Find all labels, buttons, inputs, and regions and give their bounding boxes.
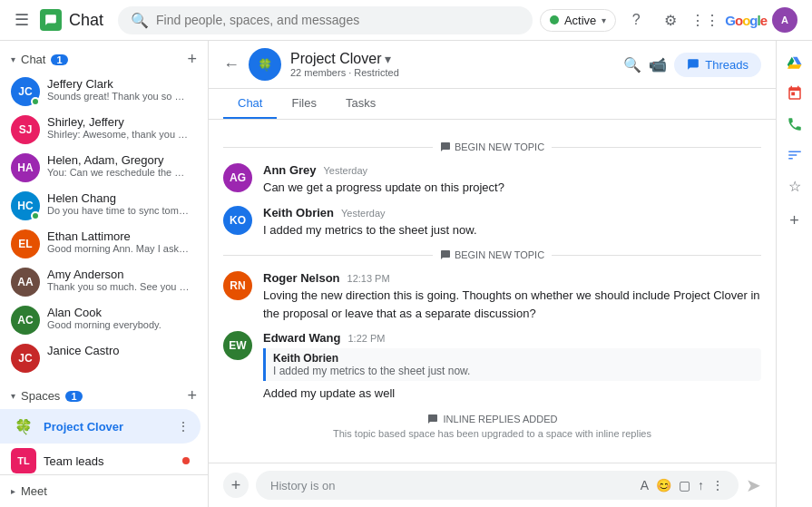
search-in-space-icon[interactable]: 🔍 [623,56,641,73]
send-button[interactable]: ➤ [746,474,761,496]
tab-tasks[interactable]: Tasks [331,89,390,119]
app-title: Chat [69,11,103,30]
message-item: KO Keith Obrien Yesterday I added my met… [223,206,761,239]
topic-divider: BEGIN NEW TOPIC [223,141,761,152]
tab-chat[interactable]: Chat [223,89,277,119]
back-button[interactable]: ← [223,55,240,74]
chevron-down-icon: ▾ [11,54,15,64]
chat-list: JC Jeffery Clark Sounds great! Thank you… [0,73,208,377]
calendar-icon[interactable] [780,79,809,108]
spaces-section-label[interactable]: Spaces [21,389,60,403]
active-label: Active [564,14,596,27]
app-logo [40,9,62,31]
chat-section-header: ▾ Chat 1 + [0,41,208,73]
add-space-icon[interactable]: + [187,386,197,405]
left-sidebar: ▾ Chat 1 + JC Jeffery Clark Sounds great… [0,41,209,507]
hamburger-icon[interactable]: ☰ [11,6,33,34]
drive-icon[interactable] [780,48,809,77]
upload-icon[interactable]: ↑ [698,478,704,492]
meet-section: ▸ Meet [0,474,208,507]
input-bar: + History is on A 😊 ▢ ↑ ⋮ ➤ [209,463,776,507]
settings-icon[interactable]: ⚙ [656,5,685,34]
space-dropdown-icon[interactable]: ▾ [385,52,391,66]
space-avatar: 🍀 [249,48,281,81]
chevron-down-icon: ▾ [11,391,15,401]
threads-button[interactable]: Threads [674,53,761,77]
video-call-icon[interactable]: 📹 [649,56,667,73]
space-name: Project Clover [290,51,381,67]
chat-list-item[interactable]: AC Alan Cook Good morning everybody. [0,301,201,339]
active-status-button[interactable]: Active ▾ [540,9,616,32]
add-addon-icon[interactable]: + [780,206,809,235]
spaces-list: 🍀 Project Clover ⋮ TL Team leads M Marke… [0,409,208,474]
format-text-icon[interactable]: A [641,478,649,492]
spaces-badge: 1 [65,391,82,402]
google-logo: Google [725,13,767,28]
message-item: EW Edward Wang 1:22 PM Keith Obrien I ad… [223,331,761,403]
help-icon[interactable]: ? [621,5,651,34]
emoji-icon[interactable]: 😊 [656,478,671,492]
apps-grid-icon[interactable]: ⋮⋮ [690,5,719,34]
space-members: 22 members · Restricted [290,67,399,78]
search-input[interactable] [156,13,520,27]
attach-file-icon[interactable]: ▢ [679,478,690,492]
meet-label[interactable]: Meet [21,484,47,498]
status-dot [550,15,559,24]
spaces-list-item[interactable]: TL Team leads [0,444,201,474]
chat-section-label[interactable]: Chat [21,53,45,66]
main-content: ← 🍀 Project Clover ▾ 22 members · Restri… [209,41,776,507]
chat-list-item[interactable]: SJ Shirley, Jeffery Shirley: Awesome, th… [0,111,201,149]
add-attachment-button[interactable]: + [223,473,249,498]
more-options-icon[interactable]: ⋮ [711,478,724,492]
message-input-field[interactable]: History is on A 😊 ▢ ↑ ⋮ [256,471,739,500]
tab-files[interactable]: Files [277,89,330,119]
right-panel: ☆ + [776,41,812,507]
chevron-right-icon: ▸ [11,486,15,496]
search-bar[interactable]: 🔍 [118,6,533,34]
message-item: AG Ann Grey Yesterday Can we get a progr… [223,163,761,197]
threads-label: Threads [705,58,748,72]
tab-bar: Chat Files Tasks [209,89,776,120]
search-icon: 🔍 [131,12,149,29]
tasks-icon[interactable] [780,141,809,170]
topic-divider: BEGIN NEW TOPIC [223,249,761,260]
messages-area: BEGIN NEW TOPIC AG Ann Grey Yesterday Ca… [209,120,776,463]
profile-avatar[interactable]: A [772,7,797,33]
star-icon[interactable]: ☆ [780,171,809,200]
spaces-section-header: ▾ Spaces 1 + [0,377,208,409]
space-header: ← 🍀 Project Clover ▾ 22 members · Restri… [209,41,776,89]
chat-list-item[interactable]: AA Amy Anderson Thank you so much. See y… [0,263,201,301]
phone-icon[interactable] [780,110,809,139]
inline-replies-divider: INLINE REPLIES ADDED This topic based sp… [223,414,761,439]
add-chat-icon[interactable]: + [187,50,197,69]
input-placeholder: History is on [270,479,336,492]
chat-badge: 1 [51,54,67,65]
spaces-list-item[interactable]: 🍀 Project Clover ⋮ [0,409,201,444]
chevron-down-icon: ▾ [602,15,606,25]
chat-list-item[interactable]: JC Jeffery Clark Sounds great! Thank you… [0,73,201,111]
chat-list-item[interactable]: HA Helen, Adam, Gregory You: Can we resc… [0,149,201,187]
message-item: RN Roger Nelson 12:13 PM Loving the new … [223,271,761,322]
chat-list-item[interactable]: EL Ethan Lattimore Good morning Ann. May… [0,225,201,263]
global-topbar: ☰ Chat 🔍 Active ▾ ? ⚙ ⋮⋮ Google [0,0,812,41]
chat-list-item[interactable]: HC Helen Chang Do you have time to sync … [0,187,201,225]
chat-list-item[interactable]: JC Janice Castro [0,339,201,377]
